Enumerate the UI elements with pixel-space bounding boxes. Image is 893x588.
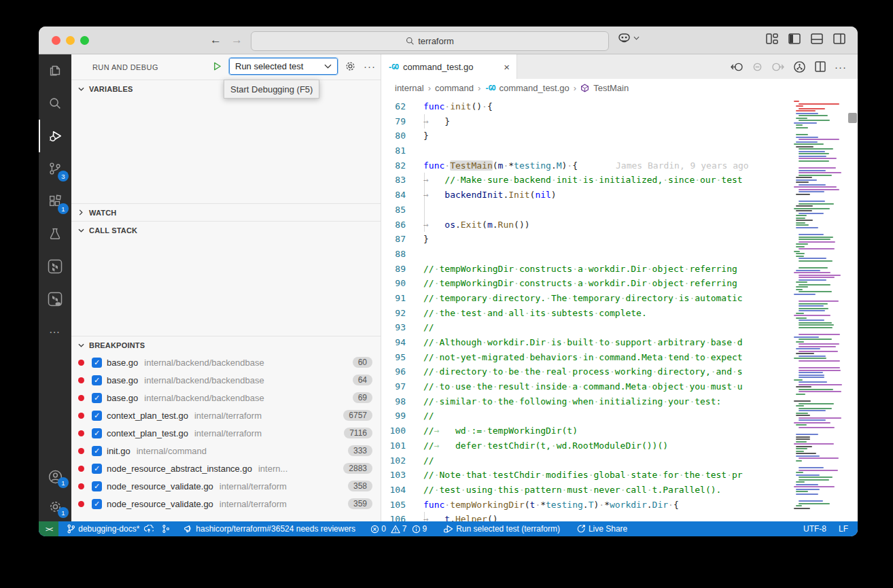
run-or-debug-icon[interactable] [793, 60, 806, 73]
code-line[interactable]: 84→ backendInit.Init(nil) [381, 188, 794, 203]
breakpoint-row[interactable]: ✓node_resource_validate.gointernal/terra… [71, 495, 381, 513]
code-line[interactable]: 86→ os.Exit(m.Run()) [381, 218, 794, 232]
code-line[interactable]: 81 [381, 143, 794, 158]
breakpoint-row[interactable]: ✓base.gointernal/backend/backendbase64 [71, 371, 381, 389]
scrollbar-thumb[interactable] [848, 113, 857, 123]
breakpoint-checkbox[interactable]: ✓ [92, 393, 102, 403]
branch-status-item[interactable]: debugging-docs* [63, 521, 158, 536]
code-line[interactable]: 93// [381, 320, 794, 335]
source-control-graph-item[interactable] [158, 521, 174, 536]
editor-more-actions-icon[interactable]: ··· [835, 61, 847, 73]
views-more-actions-button[interactable]: ··· [362, 59, 377, 74]
call-stack-section-header[interactable]: CALL STACK [71, 221, 381, 239]
activity-explorer[interactable] [39, 54, 71, 87]
code-line[interactable]: 104//·test·using·this·pattern·must·never… [381, 483, 794, 498]
code-line[interactable]: 95//·not-yet-migrated·behaviors·in·comma… [381, 350, 794, 365]
breakpoint-checkbox[interactable]: ✓ [92, 375, 102, 385]
run-test-status-item[interactable]: Run selected test (terraform) [439, 521, 564, 536]
activity-terraform-cloud[interactable] [39, 283, 71, 315]
breakpoints-section-header[interactable]: BREAKPOINTS [71, 336, 381, 353]
history-back-icon[interactable]: ← [210, 33, 222, 47]
activity-source-control[interactable]: 3 [39, 152, 71, 185]
command-center-search[interactable]: terraform [251, 31, 609, 51]
code-line[interactable]: 100//→ wd·:=·tempWorkingDir(t) [381, 423, 794, 438]
tab-command-test-go[interactable]: -GO command_test.go × [381, 54, 517, 79]
activity-more[interactable]: ⋯ [39, 315, 71, 348]
activity-terraform[interactable] [39, 250, 71, 283]
remote-indicator[interactable]: >< [39, 521, 58, 536]
code-line[interactable]: 83→ //·Make·sure·backend·init·is·initial… [381, 173, 794, 188]
code-line[interactable]: 98//·similar·to·the·following·when·initi… [381, 394, 794, 409]
vertical-scrollbar[interactable] [847, 97, 858, 521]
minimap[interactable] [794, 97, 847, 521]
eol-status-item[interactable]: LF [839, 524, 848, 534]
breakpoint-checkbox[interactable]: ✓ [92, 499, 102, 509]
code-line[interactable]: 91//·temporary·directory.·The·temporary·… [381, 291, 794, 306]
breadcrumb-command[interactable]: command [435, 83, 474, 93]
breakpoint-row[interactable]: ✓context_plan_test.gointernal/terraform6… [71, 407, 381, 424]
breakpoint-row[interactable]: ✓init.gointernal/command333 [71, 442, 381, 460]
minimize-window-button[interactable] [66, 36, 75, 45]
nav-forward-icon[interactable] [752, 62, 763, 72]
settings-button[interactable]: 1 [39, 491, 71, 521]
code-line[interactable]: 106→ t.Helper() [381, 512, 794, 521]
activity-testing[interactable] [39, 218, 71, 250]
code-line[interactable]: 103//·Note·that·testChdir·modifies·globa… [381, 468, 794, 483]
activity-run-debug[interactable] [39, 120, 71, 152]
customize-layout-icon[interactable] [766, 33, 778, 44]
breakpoint-checkbox[interactable]: ✓ [92, 481, 102, 491]
close-tab-icon[interactable]: × [504, 61, 510, 73]
code-line[interactable]: 87} [381, 232, 794, 247]
breakpoint-row[interactable]: ✓base.gointernal/backend/backendbase60 [71, 353, 381, 371]
live-share-status-item[interactable]: Live Share [572, 521, 631, 536]
code-line[interactable]: 99// [381, 409, 794, 423]
toggle-primary-sidebar-icon[interactable] [788, 33, 801, 44]
toggle-panel-icon[interactable] [811, 33, 823, 44]
activity-extensions[interactable]: 1 [39, 185, 71, 218]
code-viewport[interactable]: 62func·init()·{79→ }80}8182func·TestMain… [381, 97, 858, 521]
code-line[interactable]: 105func·tempWorkingDir(t·*testing.T)·*wo… [381, 498, 794, 513]
breadcrumb-internal[interactable]: internal [395, 83, 424, 93]
nav-back-icon[interactable] [731, 62, 743, 72]
code-line[interactable]: 80} [381, 128, 794, 143]
code-line[interactable]: 90//·tempWorkingDir·constructs·a·workdir… [381, 276, 794, 291]
breakpoint-row[interactable]: ✓node_resource_validate.gointernal/terra… [71, 477, 381, 495]
breakpoint-row[interactable]: ✓context_plan_test.gointernal/terraform7… [71, 424, 381, 442]
code-line[interactable]: 82func·TestMain(m·*testing.M)·{James Bar… [381, 158, 794, 173]
breadcrumb-file[interactable]: command_test.go [499, 83, 569, 93]
breakpoint-checkbox[interactable]: ✓ [92, 358, 102, 368]
debug-configuration-dropdown[interactable]: Run selected test [229, 58, 338, 75]
encoding-status-item[interactable]: UTF-8 [803, 524, 826, 534]
code-line[interactable]: 101//→ defer·testChdir(t,·wd.RootModuleD… [381, 438, 794, 453]
breakpoint-checkbox[interactable]: ✓ [92, 428, 102, 438]
start-debugging-button[interactable] [209, 59, 224, 74]
problems-status-item[interactable]: 0 7 9 [366, 521, 431, 536]
watch-section-header[interactable]: WATCH [71, 203, 381, 221]
code-line[interactable]: 97//·to·use·the·result·inside·a·command.… [381, 379, 794, 394]
accounts-button[interactable]: 1 [39, 462, 71, 491]
code-line[interactable]: 89//·tempWorkingDir·constructs·a·workdir… [381, 262, 794, 277]
breakpoint-checkbox[interactable]: ✓ [92, 446, 102, 456]
close-window-button[interactable] [52, 36, 60, 45]
history-forward-icon[interactable]: → [231, 33, 243, 47]
code-line[interactable]: 79→ } [381, 114, 794, 129]
code-line[interactable]: 62func·init()·{ [381, 99, 794, 114]
code-line[interactable]: 102// [381, 453, 794, 468]
breakpoint-checkbox[interactable]: ✓ [92, 411, 102, 421]
activity-search[interactable] [39, 87, 71, 120]
breakpoint-row[interactable]: ✓node_resource_abstract_instance.gointer… [71, 460, 381, 477]
configure-launch-button[interactable] [343, 59, 357, 74]
breadcrumb-symbol[interactable]: TestMain [593, 83, 629, 93]
code-line[interactable]: 92//·the·test·and·all·its·subtests·compl… [381, 306, 794, 321]
zoom-window-button[interactable] [80, 36, 89, 45]
nav-last-edit-icon[interactable] [771, 62, 784, 72]
code-line[interactable]: 96//·directory·to·be·the·real·process·wo… [381, 364, 794, 379]
code-line[interactable]: 85 [381, 203, 794, 218]
split-editor-icon[interactable] [815, 61, 826, 72]
toggle-secondary-sidebar-icon[interactable] [833, 33, 845, 44]
pull-request-status-item[interactable]: hashicorp/terraform#36524 needs reviewer… [179, 521, 360, 536]
code-line[interactable]: 88 [381, 247, 794, 262]
breakpoint-checkbox[interactable]: ✓ [92, 464, 102, 474]
breakpoint-row[interactable]: ✓base.gointernal/backend/backendbase69 [71, 389, 381, 407]
copilot-menu[interactable] [618, 33, 640, 43]
